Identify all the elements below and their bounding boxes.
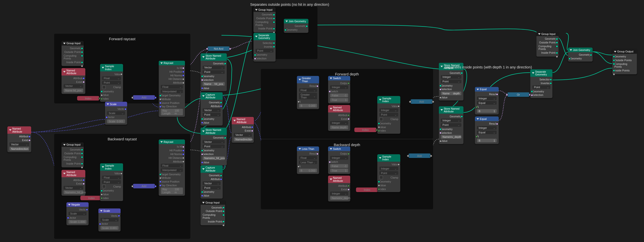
sample-index-bwd[interactable]: Sample Index Value Float Point Clamp Geo… [100,163,123,201]
sample-index-bwd-depth[interactable]: Sample Index Value Integer Point Clamp G… [378,154,400,192]
store-named-attr-1[interactable]: Store Named Attribute Geometry Vector Po… [200,54,227,91]
add-bwd[interactable]: Add [133,184,155,188]
store-named-attr-2[interactable]: Store Named Attribute Geometry Vector Po… [200,128,227,165]
capture-attr-1[interactable]: Capture Attribute Geometry Attribute Vec… [200,92,223,126]
group-input-top[interactable]: Group Input Geometry Outside Points Comp… [253,8,276,33]
group-input-fwd[interactable]: Group Input Geometry Outside Points Comp… [62,41,84,66]
separate-geometry-top[interactable]: Separate Geometry Selection Inverted Poi… [253,33,276,61]
sample-index-fwd-depth[interactable]: Sample Index Value Integer Point Clamp G… [378,96,400,134]
group-input-bwd[interactable]: Group Input Geometry Outside Points Comp… [62,142,84,167]
separate-geometry-right[interactable]: Separate Geometry Selection Inverted Poi… [530,69,552,98]
named-attr-direction[interactable]: Named Attribute Attribute Exists Vector … [8,126,31,152]
named-attr-inv-depth[interactable]: Named Attribute Attribute Exists Integer… [328,176,350,201]
add-bwd-depth[interactable]: Add [408,153,430,158]
equal-1[interactable]: Equal Result Integer Equal A B1 [475,87,499,114]
join-geometry-top[interactable]: Join Geometry Geometry Geometry [284,19,308,33]
frame-title: Forward raycast [58,37,187,41]
named-attr-invhitpos[interactable]: Named Attribute Attribute Exists Vector … [62,170,85,196]
index-bwd[interactable]: Index [80,196,102,200]
index-fwd[interactable]: Index [77,96,99,100]
frame-backward-raycast: Backward raycast Group Input Geometry Ou… [54,134,190,239]
or[interactable]: Or [507,92,530,97]
switch-fwd[interactable]: Switch Output Integer Switch False-1 Tru… [328,76,350,103]
group-input-right[interactable]: Group Input Geometry Outside Points Comp… [536,32,559,57]
capture-attr-2[interactable]: Capture Attribute Geometry Attribute Vec… [200,165,223,198]
frame-backward-depth: Backward depth Less Than Result Float Le… [261,140,433,209]
switch-bwd[interactable]: Switch Output Integer Switch False-1 Tru… [328,147,350,174]
scale-fwd[interactable]: Scale Vector Scale Vector Scale0.001 [105,102,127,125]
group-output[interactable]: Group Output Geometry Outside Points Com… [612,49,637,74]
join-geometry-right[interactable]: Join Geometry Geometry Geometry [568,48,593,62]
negate-bwd[interactable]: Negate Vector Scale Vector Scale-1.000 [66,202,88,225]
raycast-bwd[interactable]: Raycast Is Hit Hit Position Hit Normal H… [159,140,185,196]
equal-2[interactable]: Equal Result Integer Equal A B1 [475,117,499,144]
named-attr-depth[interactable]: Named Attribute Attribute Exists Integer… [328,105,350,131]
raycast-fwd[interactable]: Raycast Is Hit Hit Position Hit Normal H… [159,61,185,117]
index-fwd-depth[interactable]: Index [354,128,377,132]
frame-forward-raycast: Forward raycast Group Input Geometry Out… [54,34,190,103]
not-and[interactable]: Not And [208,47,230,51]
less-than[interactable]: Less Than Result Float Less Than A B0.00… [297,147,319,174]
scale-bwd[interactable]: Scale Vector Scale Vector Scale0.001 [98,208,120,231]
store-named-attr-invdepth[interactable]: Store Named Attribute Geometry Integer P… [439,106,464,144]
index-bwd-depth[interactable]: Index [356,187,378,192]
frame-separate-outside: Group Input Geometry Outside Points Comp… [252,7,318,59]
frame-forward-depth: Forward depth Greater Than Result Float … [261,69,433,139]
sample-index-fwd[interactable]: Sample Index Value Float Point Clamp Geo… [100,64,123,102]
greater-than[interactable]: Greater Than Result Float Greater Than A… [297,76,319,109]
named-attr-direction-mid[interactable]: Named Attribute Attribute Exists Vector … [232,117,254,143]
annotation-right: separates inside points (with depth 1 in… [445,65,532,69]
add-fwd[interactable]: Add [133,95,155,100]
add-fwd-depth[interactable]: Add [410,99,433,104]
annotation-top: Separates outside points (no hit in any … [250,3,329,7]
named-attr-hitpos[interactable]: Named Attribute Attribute Exists Vector … [62,68,85,94]
group-input-mid[interactable]: Group Input Geometry Outside Points Comp… [200,200,225,225]
